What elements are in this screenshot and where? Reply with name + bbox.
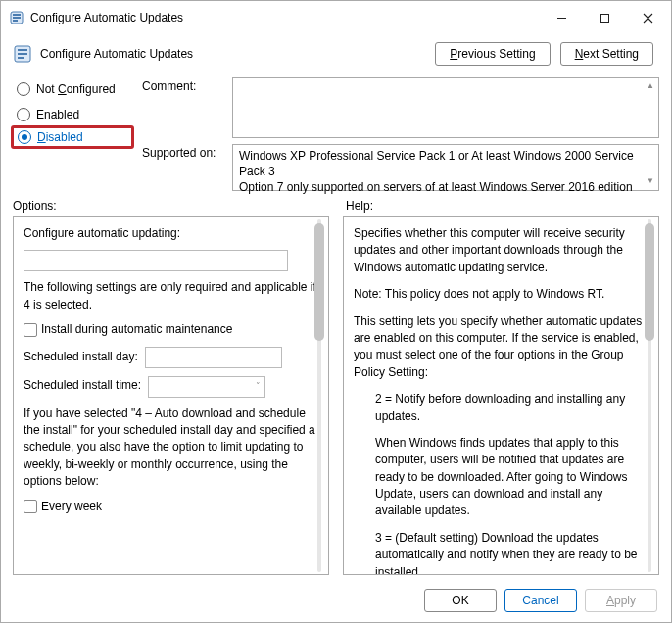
checkbox-icon	[24, 500, 37, 513]
comment-input[interactable]	[232, 77, 659, 138]
help-text: Specifies whether this computer will rec…	[354, 225, 648, 276]
help-text: Note: This policy does not apply to Wind…	[354, 286, 648, 303]
options-schedule-text: If you have selected "4 – Auto download …	[24, 406, 318, 491]
chevron-down-icon: ▼	[647, 176, 654, 187]
svg-rect-11	[18, 57, 24, 59]
previous-setting-button[interactable]: Previous Setting	[435, 42, 550, 66]
svg-rect-5	[600, 14, 608, 22]
svg-rect-1	[13, 14, 21, 16]
help-text: When Windows finds updates that apply to…	[354, 435, 648, 520]
scheduled-day-select[interactable]	[145, 347, 282, 368]
radio-icon	[17, 108, 30, 121]
maximize-button[interactable]	[583, 3, 626, 32]
policy-icon	[9, 10, 24, 25]
scrollbar[interactable]	[643, 219, 656, 572]
options-label: Options:	[13, 199, 326, 213]
svg-rect-9	[18, 49, 27, 51]
radio-label: Not Configured	[36, 82, 116, 96]
scheduled-day-label: Scheduled install day:	[24, 350, 138, 363]
ok-button[interactable]: OK	[424, 589, 497, 612]
apply-button[interactable]: Apply	[585, 589, 657, 612]
titlebar: Configure Automatic Updates	[1, 1, 671, 34]
help-text: This setting lets you specify whether au…	[354, 313, 648, 382]
scrollbar[interactable]	[312, 219, 326, 572]
supported-on-label: Supported on:	[142, 144, 224, 191]
minimize-button[interactable]	[540, 3, 583, 32]
radio-label: Disabled	[37, 130, 83, 144]
help-text: 2 = Notify before downloading and instal…	[354, 391, 648, 425]
radio-icon	[18, 130, 31, 144]
cancel-button[interactable]: Cancel	[504, 589, 577, 612]
svg-rect-2	[13, 17, 21, 19]
panels: Configure automatic updating: The follow…	[1, 216, 671, 581]
configure-updating-select[interactable]	[24, 250, 288, 271]
radio-enabled[interactable]: Enabled	[13, 103, 132, 126]
help-label: Help:	[346, 199, 659, 213]
dialog-buttons: OK Cancel Apply	[1, 581, 671, 622]
options-note: The following settings are only required…	[24, 279, 318, 313]
svg-rect-10	[18, 53, 27, 55]
window-title: Configure Automatic Updates	[30, 11, 540, 24]
policy-icon	[13, 44, 32, 64]
svg-rect-3	[13, 20, 18, 22]
radio-label: Enabled	[36, 108, 79, 121]
checkbox-icon	[24, 323, 37, 337]
radio-not-configured[interactable]: Not Configured	[13, 77, 132, 101]
close-button[interactable]	[626, 3, 669, 32]
comment-label: Comment:	[142, 77, 224, 138]
chevron-down-icon: ˅	[256, 380, 261, 393]
state-radio-group: Not Configured Enabled Disabled	[13, 77, 132, 191]
next-setting-button[interactable]: Next Setting	[560, 42, 653, 66]
options-panel: Configure automatic updating: The follow…	[13, 216, 329, 575]
help-text: 3 = (Default setting) Download the updat…	[354, 530, 648, 575]
nav-buttons: Previous Setting Next Setting	[435, 42, 653, 66]
header: Configure Automatic Updates Previous Set…	[1, 34, 671, 72]
every-week-checkbox[interactable]: Every week	[24, 499, 318, 515]
supported-on-text: Windows XP Professional Service Pack 1 o…	[232, 144, 659, 191]
scheduled-time-select[interactable]: ˅	[148, 376, 265, 398]
help-panel: Specifies whether this computer will rec…	[343, 216, 659, 575]
config-area: Not Configured Enabled Disabled Comment:…	[1, 72, 671, 191]
radio-icon	[17, 82, 30, 96]
install-maintenance-checkbox[interactable]: Install during automatic maintenance	[24, 321, 318, 338]
page-title: Configure Automatic Updates	[40, 47, 427, 61]
scheduled-time-label: Scheduled install time:	[24, 378, 141, 392]
configure-updating-label: Configure automatic updating:	[24, 225, 318, 242]
radio-disabled[interactable]: Disabled	[11, 125, 134, 149]
